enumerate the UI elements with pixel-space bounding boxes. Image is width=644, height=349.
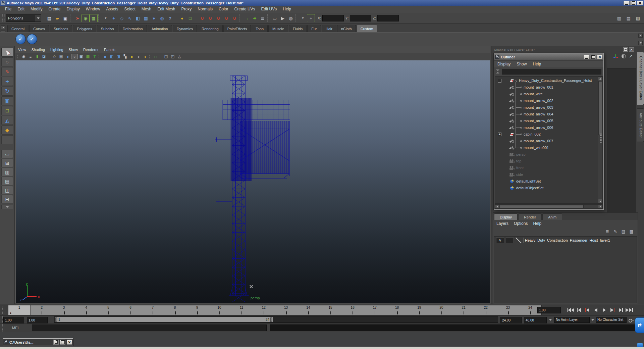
close-icon[interactable] <box>597 55 602 59</box>
lasso-select-tool[interactable]: ◌ <box>1 57 13 66</box>
scrollbar-thumb[interactable] <box>500 205 584 208</box>
separator[interactable] <box>195 14 198 22</box>
command-line-label[interactable]: MEL <box>12 326 20 330</box>
shelf-tab[interactable]: Polygons <box>73 25 96 32</box>
menu-item[interactable]: Create UVs <box>231 6 258 13</box>
step-back-key-button[interactable] <box>584 306 591 314</box>
timeline-frame[interactable]: 13 <box>275 305 297 315</box>
shaded-cube-icon[interactable]: ◧ <box>108 54 115 59</box>
layer-editor-menu-item[interactable]: Layers <box>496 220 512 227</box>
single-pane-layout-icon[interactable]: ▭ <box>1 150 13 158</box>
outliner-item[interactable]: mount_wire001 <box>495 144 602 151</box>
input-connections-icon[interactable]: → <box>243 14 251 22</box>
panel-menu-item[interactable]: Show <box>69 46 82 53</box>
layer-editor-tab[interactable]: Anim <box>542 213 562 220</box>
lock-selection-icon[interactable]: ● <box>178 14 186 22</box>
shelf-tab[interactable]: General <box>7 25 29 32</box>
outliner-item[interactable]: mount_arrow_002 <box>495 97 602 104</box>
snap-to-grids-icon[interactable]: ∪ <box>198 14 206 22</box>
image-plane-icon[interactable]: ◪ <box>41 54 47 59</box>
film-gate-icon[interactable]: ▤ <box>58 54 64 59</box>
outliner-item[interactable]: mount_arrow_005 <box>495 117 602 124</box>
universal-manipulator-tool[interactable]: □ <box>1 106 13 115</box>
separator[interactable] <box>99 54 101 59</box>
remote-access-overlay-icon[interactable]: ⇄ <box>635 317 644 333</box>
select-surfaces-icon[interactable]: ◧ <box>134 14 142 22</box>
timeline-frame[interactable]: 5 <box>97 305 119 315</box>
separator[interactable] <box>239 14 242 22</box>
select-joints-icon[interactable]: ◇ <box>118 14 126 22</box>
scroll-down-icon[interactable] <box>598 199 602 203</box>
camera-attributes-icon[interactable]: ≡ <box>27 54 34 59</box>
show-attribute-editor-icon[interactable]: ▧ <box>634 14 642 22</box>
panel-menu-item[interactable]: Shading <box>32 46 48 53</box>
current-time-field[interactable] <box>537 307 561 313</box>
outliner-persp-layout-icon[interactable]: ▥ <box>1 168 13 176</box>
select-curves-icon[interactable]: ∿ <box>126 14 134 22</box>
key-icon[interactable] <box>629 318 635 322</box>
select-rendering-icon[interactable]: ◍ <box>158 14 166 22</box>
scroll-right-icon[interactable] <box>598 205 602 208</box>
menu-item[interactable]: Edit UVs <box>258 6 280 13</box>
layer-sort-icon[interactable]: ≣ <box>604 229 610 234</box>
menu-item[interactable]: File <box>2 6 14 13</box>
grip-handle[interactable] <box>2 306 4 314</box>
command-output-field[interactable] <box>270 325 642 331</box>
scale-tool[interactable]: ▣ <box>1 96 13 105</box>
shelf-tab[interactable]: Muscle <box>268 25 288 32</box>
timeline-frame[interactable]: 16 <box>341 305 364 315</box>
timeline-frame[interactable]: 19 <box>408 305 430 315</box>
current-frame-indicator[interactable]: 1 1 <box>8 305 31 315</box>
timeline-frame[interactable]: 4 <box>75 305 97 315</box>
transform-dropdown-icon[interactable]: ▼ <box>299 14 307 22</box>
rotate-tool[interactable]: ↻ <box>1 87 13 96</box>
select-by-hierarchy-icon[interactable]: ◉ <box>82 14 90 22</box>
scroll-left-icon[interactable] <box>495 205 499 208</box>
menu-item[interactable]: Normals <box>195 6 216 13</box>
dock-vertical-tab[interactable]: Attribute Editor <box>637 108 644 142</box>
close-icon[interactable] <box>637 1 643 5</box>
shelf-tab[interactable]: PaintEffects <box>223 25 251 32</box>
layer-editor-menu-item[interactable]: Help <box>533 220 545 227</box>
chevron-down-icon[interactable] <box>548 317 553 322</box>
go-to-start-button[interactable] <box>567 306 574 314</box>
outliner-menu-item[interactable]: Display <box>497 61 514 68</box>
custom-shelf-check-button-1[interactable]: ✓ <box>15 34 26 44</box>
timeline-frame[interactable]: 17 <box>364 305 386 315</box>
timeline-frame[interactable]: 10 <box>208 305 230 315</box>
separator[interactable] <box>42 14 45 22</box>
panel-menu-item[interactable]: Panels <box>104 46 119 53</box>
render-current-frame-icon[interactable]: ▶ <box>279 14 287 22</box>
viewport-canvas[interactable]: persp y x z <box>15 60 490 303</box>
chevron-down-icon[interactable] <box>590 317 595 322</box>
layer-playback-toggle[interactable] <box>506 238 514 243</box>
range-slider-track[interactable]: 1 24 <box>54 316 498 323</box>
character-set-selector[interactable]: No Character Set <box>596 317 627 323</box>
menu-item[interactable]: Modify <box>28 6 45 13</box>
layer-edit-icon[interactable]: ✎ <box>612 229 618 234</box>
x-input[interactable] <box>322 15 344 21</box>
outliner-item[interactable]: defaultLightSet <box>495 178 602 185</box>
select-by-object-icon[interactable]: ▦ <box>90 14 98 22</box>
xray-icon[interactable]: ◫ <box>163 54 169 59</box>
texture-placement-icon[interactable]: T <box>91 54 98 59</box>
shelf-tab[interactable]: Deformation <box>119 25 147 32</box>
play-backwards-button[interactable] <box>592 306 599 314</box>
select-deformations-icon[interactable]: ▦ <box>142 14 150 22</box>
separator[interactable] <box>17 54 20 59</box>
maximize-icon[interactable] <box>590 55 596 59</box>
panel-menu-item[interactable]: Lighting <box>50 46 67 53</box>
timeline-frame[interactable]: 15 <box>319 305 341 315</box>
playback-end-field[interactable] <box>500 317 522 323</box>
share-node-icon[interactable]: ◬ <box>176 54 183 59</box>
outliner-item[interactable]: mount_arrow_007 <box>495 138 602 144</box>
render-view-icon[interactable]: ▭ <box>271 14 279 22</box>
grip-handle[interactable] <box>2 324 4 332</box>
layer-row[interactable]: V Heavy_Duty_Construction_Passenger_Hois… <box>494 237 637 244</box>
shelf-tab[interactable]: Animation <box>148 25 172 32</box>
highlight-selection-icon[interactable]: □ <box>186 14 194 22</box>
expander-icon[interactable] <box>498 79 501 83</box>
toolbox-collapse-icon[interactable] <box>1 205 13 209</box>
all-lights-icon[interactable]: ● <box>128 54 135 59</box>
xray-active-icon[interactable]: ◰ <box>169 54 176 59</box>
